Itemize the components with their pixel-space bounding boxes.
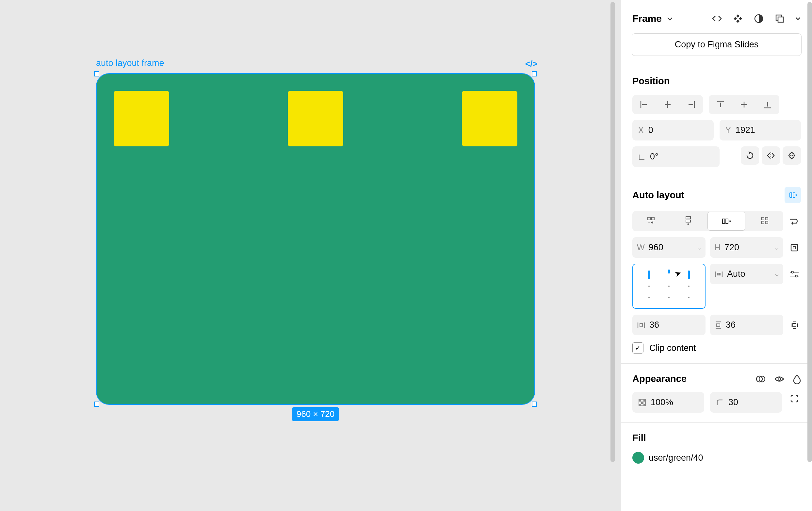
align-v-center-button[interactable] bbox=[732, 95, 756, 114]
design-panel: Frame Copy to Figma Slides Position bbox=[621, 0, 812, 511]
clip-content-checkbox[interactable]: ✓ Clip content bbox=[632, 342, 801, 353]
frame-type-label: Frame bbox=[632, 13, 662, 24]
flip-vertical-button[interactable] bbox=[783, 146, 801, 165]
flip-horizontal-button[interactable] bbox=[762, 146, 780, 165]
svg-rect-30 bbox=[791, 245, 798, 251]
component-icon[interactable] bbox=[732, 13, 744, 24]
dev-mode-icon[interactable] bbox=[712, 13, 723, 24]
opacity-input[interactable]: 100% bbox=[632, 392, 704, 413]
canvas-scrollbar[interactable] bbox=[610, 2, 615, 462]
appearance-section: Appearance 100% 30 bbox=[621, 363, 812, 422]
resize-handle-tr[interactable] bbox=[532, 71, 537, 77]
gap-input[interactable]: Auto ⌵ bbox=[710, 264, 783, 284]
resize-handle-tl[interactable] bbox=[94, 71, 99, 77]
svg-rect-2 bbox=[778, 17, 783, 22]
h-padding-value: 36 bbox=[649, 320, 659, 330]
align-h-center-button[interactable] bbox=[656, 95, 679, 114]
svg-rect-61 bbox=[643, 404, 645, 406]
align-dot bbox=[668, 286, 670, 287]
auto-layout-frame[interactable]: 960 × 720 bbox=[96, 73, 535, 405]
h-label: H bbox=[715, 243, 721, 252]
resize-handle-br[interactable] bbox=[532, 401, 537, 407]
fill-color-row[interactable]: user/green/40 bbox=[632, 452, 801, 464]
frame-type-dropdown[interactable]: Frame bbox=[632, 13, 673, 24]
svg-rect-19 bbox=[648, 217, 650, 220]
constrain-proportions-button[interactable] bbox=[788, 241, 801, 254]
visibility-button[interactable] bbox=[774, 375, 785, 382]
individual-corners-button[interactable] bbox=[788, 392, 801, 405]
direction-horizontal-button[interactable] bbox=[707, 212, 745, 231]
chevron-down-icon[interactable]: ⌵ bbox=[697, 244, 701, 251]
corner-radius-input[interactable]: 30 bbox=[710, 392, 782, 413]
position-title: Position bbox=[632, 76, 801, 87]
rotate-90-button[interactable] bbox=[741, 146, 759, 165]
svg-rect-25 bbox=[726, 219, 728, 224]
panel-scrollbar[interactable] bbox=[807, 2, 812, 462]
x-position-input[interactable]: X 0 bbox=[632, 120, 714, 141]
cursor-icon: ➤ bbox=[673, 268, 683, 279]
individual-padding-button[interactable] bbox=[788, 318, 801, 332]
rotation-input[interactable]: 0° bbox=[632, 146, 720, 167]
h-padding-input[interactable]: 36 bbox=[632, 315, 705, 335]
align-right-button[interactable] bbox=[679, 95, 703, 114]
copy-icon[interactable] bbox=[774, 13, 785, 24]
svg-rect-35 bbox=[719, 273, 721, 276]
svg-point-36 bbox=[791, 271, 793, 273]
child-box-1[interactable] bbox=[114, 91, 169, 146]
v-padding-input[interactable]: 36 bbox=[710, 315, 783, 335]
canvas-area[interactable]: auto layout frame </> 960 × 720 bbox=[0, 0, 621, 511]
color-swatch[interactable] bbox=[632, 452, 644, 464]
w-label: W bbox=[637, 243, 645, 252]
chevron-down-icon bbox=[667, 17, 673, 21]
blend-mode-button[interactable] bbox=[756, 374, 765, 384]
contrast-icon[interactable] bbox=[753, 13, 764, 24]
frame-label[interactable]: auto layout frame bbox=[96, 58, 164, 68]
svg-rect-20 bbox=[651, 217, 654, 220]
svg-rect-28 bbox=[761, 221, 764, 224]
opacity-icon bbox=[638, 399, 646, 406]
svg-rect-22 bbox=[686, 217, 691, 219]
layout-settings-button[interactable] bbox=[788, 267, 801, 281]
wrap-icon[interactable] bbox=[788, 215, 801, 228]
auto-layout-section: Auto layout W 960 ⌵ bbox=[621, 177, 812, 363]
fill-section: Fill user/green/40 bbox=[621, 422, 812, 474]
y-value: 1921 bbox=[735, 125, 755, 135]
auto-layout-toggle[interactable] bbox=[785, 187, 801, 203]
chevron-down-icon[interactable]: ⌵ bbox=[775, 271, 779, 278]
y-position-input[interactable]: Y 1921 bbox=[720, 120, 801, 141]
appearance-title: Appearance bbox=[632, 373, 687, 384]
svg-rect-27 bbox=[765, 217, 768, 220]
opacity-button[interactable] bbox=[793, 374, 801, 384]
resize-handle-bl[interactable] bbox=[94, 401, 99, 407]
height-input[interactable]: H 720 ⌵ bbox=[710, 237, 783, 258]
align-top-button[interactable] bbox=[709, 95, 732, 114]
width-input[interactable]: W 960 ⌵ bbox=[632, 237, 705, 258]
align-dot bbox=[688, 286, 690, 287]
align-left-button[interactable] bbox=[632, 95, 656, 114]
alignment-box[interactable]: ➤ bbox=[632, 264, 705, 309]
chevron-down-icon[interactable] bbox=[795, 13, 801, 24]
opacity-value: 100% bbox=[650, 397, 673, 407]
code-icon[interactable]: </> bbox=[525, 59, 538, 69]
svg-rect-34 bbox=[717, 273, 719, 276]
align-dot bbox=[668, 297, 670, 298]
direction-vertical-button[interactable] bbox=[670, 211, 707, 230]
svg-rect-60 bbox=[639, 404, 641, 406]
align-indicator bbox=[668, 269, 670, 274]
svg-rect-24 bbox=[723, 219, 725, 224]
chevron-down-icon[interactable]: ⌵ bbox=[775, 244, 779, 251]
child-box-2[interactable] bbox=[288, 91, 343, 146]
copy-to-slides-button[interactable]: Copy to Figma Slides bbox=[632, 33, 802, 56]
align-bottom-button[interactable] bbox=[756, 95, 779, 114]
svg-rect-18 bbox=[793, 193, 795, 197]
child-box-3[interactable] bbox=[462, 91, 517, 146]
align-dot bbox=[648, 297, 650, 298]
direction-none-button[interactable] bbox=[632, 211, 670, 230]
direction-wrap-button[interactable] bbox=[746, 211, 783, 230]
svg-rect-29 bbox=[765, 221, 768, 224]
vertical-align-group bbox=[709, 95, 779, 114]
v-padding-value: 36 bbox=[726, 320, 735, 330]
corner-radius-value: 30 bbox=[728, 397, 738, 407]
svg-rect-31 bbox=[793, 246, 796, 249]
svg-rect-57 bbox=[639, 399, 641, 401]
